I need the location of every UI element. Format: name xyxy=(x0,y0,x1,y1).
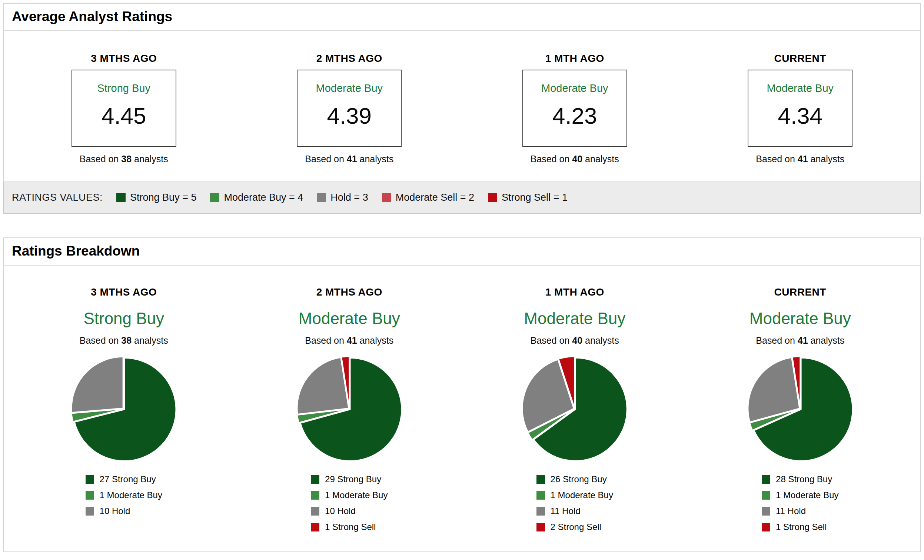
period-label: CURRENT xyxy=(774,52,826,64)
legend-label: 11 Hold xyxy=(550,506,580,516)
legend-swatch xyxy=(762,475,770,484)
legend-label: Strong Buy = 5 xyxy=(130,192,196,203)
legend-label: 11 Hold xyxy=(776,506,806,516)
ratings-breakdown-panel: Ratings Breakdown 3 MTHS AGO Strong Buy … xyxy=(3,237,921,552)
rating-label: Moderate Buy xyxy=(524,309,626,328)
period-label: 3 MTHS AGO xyxy=(91,286,157,298)
period-label: 1 MTH AGO xyxy=(545,286,604,298)
pie-slice-hold[interactable] xyxy=(72,357,123,412)
legend-label: 28 Strong Buy xyxy=(776,474,832,484)
legend-swatch xyxy=(86,507,94,515)
analyst-count: 40 xyxy=(572,154,582,164)
pie-chart xyxy=(520,355,629,463)
rating-box: Moderate Buy 4.39 xyxy=(297,70,402,147)
rating-label: Strong Buy xyxy=(98,82,150,94)
based-suffix: analysts xyxy=(585,154,619,164)
pie-legend-row: 10 Hold xyxy=(86,506,130,516)
rating-value: 4.23 xyxy=(552,103,597,129)
legend-swatch xyxy=(311,491,320,500)
rating-label: Moderate Buy xyxy=(298,309,400,328)
rating-box: Moderate Buy 4.34 xyxy=(748,70,852,147)
legend-swatch xyxy=(488,193,497,202)
pie-chart xyxy=(295,355,404,463)
legend-swatch xyxy=(537,491,545,500)
legend-swatch xyxy=(311,507,320,515)
legend-swatch xyxy=(762,523,770,532)
based-suffix: analysts xyxy=(134,154,168,164)
legend-label: 26 Strong Buy xyxy=(550,474,607,484)
rating-label: Moderate Buy xyxy=(316,82,383,94)
analyst-count: 41 xyxy=(798,335,808,346)
based-on-text: Based on 38 analysts xyxy=(80,154,168,165)
period-label: 2 MTHS AGO xyxy=(316,286,382,298)
ratings-values-item: Moderate Buy = 4 xyxy=(210,192,303,203)
based-prefix: Based on xyxy=(80,335,119,346)
based-on-text: Based on 41 analysts xyxy=(305,154,393,165)
pie-chart xyxy=(746,355,854,463)
pie-legend-row: 28 Strong Buy xyxy=(762,474,832,484)
based-suffix: analysts xyxy=(585,335,619,346)
based-prefix: Based on xyxy=(531,335,570,346)
based-on-text: Based on 38 analysts xyxy=(80,335,168,346)
legend-swatch xyxy=(317,193,326,202)
legend-swatch xyxy=(537,475,545,484)
analyst-count: 41 xyxy=(347,154,357,164)
period-label: 3 MTHS AGO xyxy=(91,52,157,64)
legend-swatch xyxy=(86,491,94,500)
based-prefix: Based on xyxy=(80,154,119,164)
pie-legend-row: 29 Strong Buy xyxy=(311,474,381,484)
rating-value: 4.34 xyxy=(778,103,822,129)
legend-label: Strong Sell = 1 xyxy=(502,192,568,203)
based-suffix: analysts xyxy=(360,154,394,164)
legend-label: Hold = 3 xyxy=(330,192,368,203)
legend-swatch xyxy=(537,507,545,515)
breakdown-card-3mths: 3 MTHS AGO Strong Buy Based on 38 analys… xyxy=(11,286,237,532)
pie-legend-row: 1 Strong Sell xyxy=(762,522,826,532)
pie-legend: 26 Strong Buy1 Moderate Buy11 Hold2 Stro… xyxy=(537,474,613,532)
rating-value: 4.39 xyxy=(327,103,372,129)
ratings-breakdown-cards: 3 MTHS AGO Strong Buy Based on 38 analys… xyxy=(4,265,920,551)
legend-swatch xyxy=(762,507,770,515)
based-on-text: Based on 41 analysts xyxy=(756,335,844,346)
based-prefix: Based on xyxy=(756,154,795,164)
legend-label: Moderate Buy = 4 xyxy=(224,192,303,203)
based-prefix: Based on xyxy=(756,335,795,346)
legend-label: 1 Moderate Buy xyxy=(776,490,838,500)
pie-legend: 29 Strong Buy1 Moderate Buy10 Hold1 Stro… xyxy=(311,474,387,532)
ratings-values-item: Strong Sell = 1 xyxy=(488,192,568,203)
pie-legend-row: 11 Hold xyxy=(762,506,806,516)
analyst-count: 41 xyxy=(798,154,808,164)
based-on-text: Based on 41 analysts xyxy=(756,154,844,165)
legend-label: 1 Moderate Buy xyxy=(325,490,387,500)
breakdown-card-1mth: 1 MTH AGO Moderate Buy Based on 40 analy… xyxy=(462,286,688,532)
avg-card-2mths: 2 MTHS AGO Moderate Buy 4.39 Based on 41… xyxy=(237,52,462,165)
based-suffix: analysts xyxy=(811,335,845,346)
rating-label: Strong Buy xyxy=(83,309,164,328)
pie-legend-row: 26 Strong Buy xyxy=(537,474,607,484)
ratings-breakdown-title: Ratings Breakdown xyxy=(4,238,920,265)
ratings-values-strip: RATINGS VALUES: Strong Buy = 5Moderate B… xyxy=(3,182,921,214)
based-prefix: Based on xyxy=(305,335,344,346)
rating-box: Strong Buy 4.45 xyxy=(72,70,176,147)
pie-legend: 28 Strong Buy1 Moderate Buy11 Hold1 Stro… xyxy=(762,474,838,532)
rating-box: Moderate Buy 4.23 xyxy=(522,70,627,147)
legend-label: 10 Hold xyxy=(100,506,130,516)
rating-label: Moderate Buy xyxy=(541,82,608,94)
legend-label: 2 Strong Sell xyxy=(550,522,601,532)
legend-swatch xyxy=(762,491,770,500)
legend-label: 1 Strong Sell xyxy=(325,522,376,532)
average-ratings-title: Average Analyst Ratings xyxy=(4,4,920,31)
analyst-count: 38 xyxy=(121,154,132,164)
legend-label: 1 Moderate Buy xyxy=(550,490,613,500)
ratings-values-item: Hold = 3 xyxy=(317,192,368,203)
ratings-values-item: Moderate Sell = 2 xyxy=(382,192,474,203)
pie-legend-row: 1 Moderate Buy xyxy=(537,490,613,500)
breakdown-card-current: CURRENT Moderate Buy Based on 41 analyst… xyxy=(688,286,913,532)
legend-swatch xyxy=(210,193,219,202)
rating-label: Moderate Buy xyxy=(766,82,834,94)
legend-label: 10 Hold xyxy=(325,506,356,516)
pie-legend-row: 1 Moderate Buy xyxy=(311,490,387,500)
pie-legend-row: 1 Strong Sell xyxy=(311,522,376,532)
legend-swatch xyxy=(86,475,94,484)
pie-slice-hold[interactable] xyxy=(297,358,349,414)
